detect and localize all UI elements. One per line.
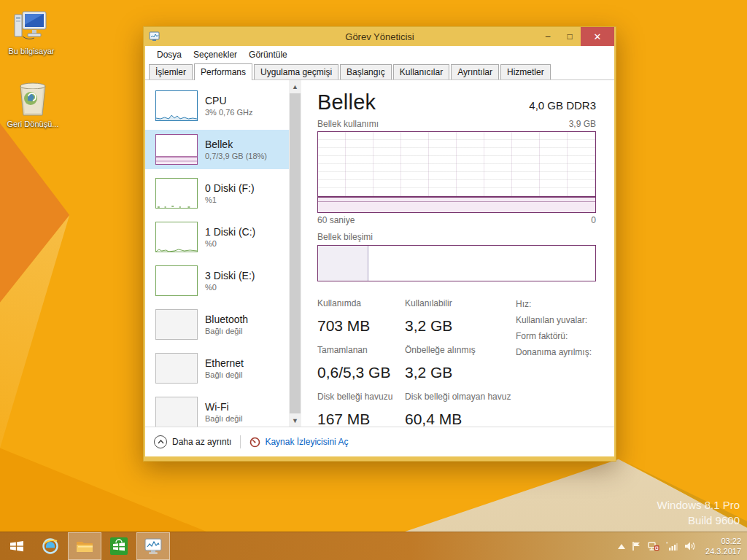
stat-value: 167 MB [317, 411, 370, 427]
watermark-edition: Windows 8.1 Pro [657, 497, 740, 513]
action-center-flag-icon[interactable] [632, 541, 641, 551]
close-button[interactable]: ✕ [581, 27, 614, 46]
minimize-button[interactable]: – [537, 27, 559, 46]
stat-label: Kullanımda [317, 298, 361, 308]
stat-label: Kullanılabilir [405, 298, 452, 308]
menu-file[interactable]: Dosya [151, 50, 187, 60]
tab-startup[interactable]: Başlangıç [340, 64, 392, 79]
memory-stats: Kullanımda Kullanılabilir 703 MB 3,2 GB … [317, 296, 507, 427]
sidebar-item-name: Bellek [205, 139, 267, 151]
stat-label: Disk belleği olmayan havuz [405, 392, 511, 402]
tab-users[interactable]: Kullanıcılar [393, 64, 449, 79]
desktop-icon-label: Bu bilgisayar [9, 47, 55, 56]
sidebar-item-ethernet[interactable]: Ethernet Bağlı değil [145, 349, 289, 388]
file-explorer-icon [75, 537, 94, 556]
scrollbar-up-icon[interactable]: ▲ [289, 80, 301, 93]
hw-label-hw-reserved: Donanıma ayrılmış: [516, 344, 592, 360]
composition-used-segment [318, 246, 368, 281]
sidebar-item-cpu[interactable]: CPU 3% 0,76 GHz [145, 86, 289, 125]
fewer-details-label[interactable]: Daha az ayrıntı [172, 437, 231, 447]
sidebar-item-name: 1 Diski (C:) [205, 226, 255, 238]
stat-value: 703 MB [317, 317, 370, 334]
sidebar-item-detail: Bağlı değil [205, 413, 242, 424]
memory-usage-fill [318, 196, 595, 212]
taskbar-item-windows-store[interactable] [102, 532, 136, 560]
sidebar-item-name: 0 Diski (F:) [205, 182, 255, 195]
menu-options[interactable]: Seçenekler [187, 50, 243, 60]
usage-chart-max: 3,9 GB [569, 119, 596, 129]
taskbar-item-task-manager[interactable] [136, 532, 170, 560]
sidebar-item-detail: Bağlı değil [205, 370, 244, 380]
memory-mini-chart [155, 134, 198, 165]
taskbar-empty-area [171, 532, 618, 560]
axis-label-right: 0 [591, 215, 596, 225]
sidebar-item-detail: 3% 0,76 GHz [205, 107, 252, 117]
sidebar-item-disk-c[interactable]: 1 Diski (C:) %0 [145, 217, 289, 257]
hw-label-speed: Hız: [516, 296, 592, 312]
chevron-up-icon [618, 544, 625, 549]
disk-mini-chart [155, 178, 198, 209]
tab-app-history[interactable]: Uygulama geçmişi [254, 64, 338, 79]
system-tray: * 03:22 24.3.2017 [618, 532, 747, 560]
stat-value: 0,6/5,3 GB [317, 364, 390, 381]
tab-processes[interactable]: İşlemler [149, 64, 193, 79]
sidebar-item-detail: %0 [205, 238, 255, 249]
show-hidden-icons-button[interactable] [618, 544, 625, 549]
tab-performance[interactable]: Performans [194, 63, 252, 80]
memory-hardware-info: Hız: Kullanılan yuvalar: Form faktörü: D… [516, 296, 592, 427]
sidebar-item-name: Wi-Fi [205, 401, 242, 413]
scrollbar-thumb[interactable] [290, 93, 301, 413]
sidebar-item-name: CPU [205, 95, 252, 107]
sidebar-item-disk-e[interactable]: 3 Diski (E:) %0 [145, 261, 289, 300]
memory-composition-bar[interactable] [317, 245, 596, 281]
start-button[interactable] [0, 532, 34, 560]
footer-divider [240, 435, 241, 448]
windows-version-watermark: Windows 8.1 Pro Build 9600 [657, 497, 740, 528]
taskbar-item-internet-explorer[interactable] [34, 532, 67, 560]
sidebar-item-bluetooth[interactable]: Bluetooth Bağlı değil [145, 305, 289, 344]
scrollbar-down-icon[interactable]: ▼ [289, 414, 301, 427]
wireless-signal-icon[interactable]: * [666, 541, 678, 551]
hw-label-slots: Kullanılan yuvalar: [516, 312, 592, 328]
computer-icon [12, 7, 50, 45]
axis-label-left: 60 saniye [317, 215, 355, 225]
taskbar-clock[interactable]: 03:22 24.3.2017 [703, 536, 741, 556]
resource-monitor-icon [249, 437, 260, 448]
menu-bar: Dosya Seçenekler Görüntüle [145, 46, 614, 63]
chevron-up-icon [158, 440, 164, 444]
network-mini-chart [155, 353, 198, 384]
taskbar: * 03:22 24.3.2017 [0, 532, 747, 560]
sidebar-item-memory[interactable]: Bellek 0,7/3,9 GB (18%) [145, 130, 289, 169]
memory-detail-panel: Bellek 4,0 GB DDR3 Bellek kullanımı 3,9 … [301, 80, 614, 427]
disk-mini-chart [155, 265, 198, 296]
windows-store-icon [109, 537, 128, 556]
taskbar-item-file-explorer[interactable] [68, 532, 101, 560]
tab-services[interactable]: Hizmetler [500, 64, 551, 79]
sidebar-scrollbar[interactable]: ▲ ▼ [289, 80, 301, 427]
sidebar-item-name: Bluetooth [205, 314, 248, 326]
menu-view[interactable]: Görüntüle [243, 50, 293, 60]
sidebar-item-detail: %1 [205, 195, 255, 205]
sidebar-item-name: 3 Diski (E:) [205, 270, 255, 282]
volume-icon[interactable] [684, 541, 696, 551]
open-resource-monitor-link[interactable]: Kaynak İzleyicisini Aç [265, 437, 348, 447]
maximize-button[interactable]: □ [559, 27, 581, 46]
fewer-details-button[interactable] [154, 435, 167, 448]
stat-label: Tamamlanan [317, 345, 368, 355]
network-disconnected-icon[interactable] [648, 541, 659, 551]
desktop-icon-this-pc[interactable]: Bu bilgisayar [3, 7, 60, 56]
desktop: Bu bilgisayar Geri Dönüşü... Windows 8.1… [0, 0, 747, 560]
sidebar-item-disk-f[interactable]: 0 Diski (F:) %1 [145, 174, 289, 213]
memory-usage-chart[interactable] [317, 131, 596, 213]
sidebar-item-wifi[interactable]: Wi-Fi Bağlı değil [145, 392, 289, 427]
svg-text:*: * [666, 541, 668, 546]
sidebar-item-detail: Bağlı değil [205, 326, 248, 336]
sidebar-item-name: Ethernet [205, 357, 244, 370]
cpu-mini-chart [155, 90, 198, 121]
task-manager-window: Görev Yöneticisi – □ ✕ Dosya Seçenekler … [143, 26, 616, 462]
task-manager-icon [144, 537, 163, 556]
tab-details[interactable]: Ayrıntılar [451, 64, 499, 79]
sidebar-item-detail: %0 [205, 282, 255, 292]
title-bar[interactable]: Görev Yöneticisi – □ ✕ [145, 27, 614, 46]
desktop-icon-recycle-bin[interactable]: Geri Dönüşü... [4, 79, 61, 129]
